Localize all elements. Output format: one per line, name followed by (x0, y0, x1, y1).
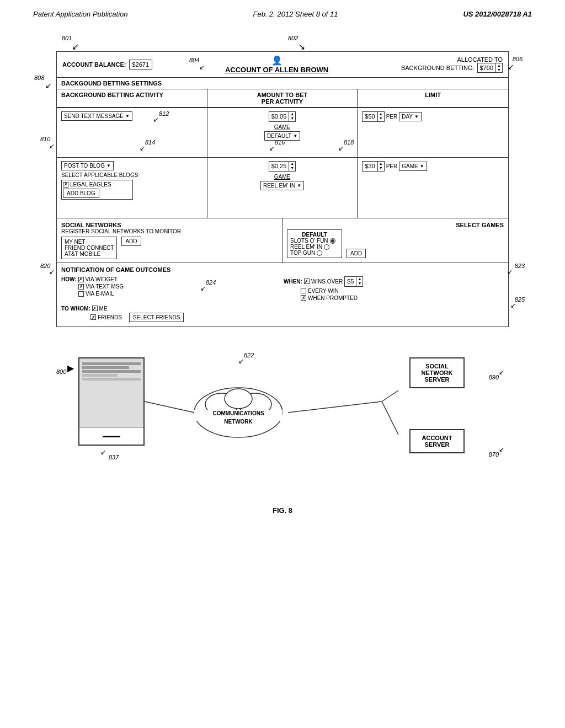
row1-limit-control: $50 ▲ ▼ PER DAY ▼ (362, 111, 504, 122)
row1-activity-arrow[interactable]: ▼ (125, 114, 130, 119)
ref-801: 801 (62, 35, 72, 41)
row1-game-arrow[interactable]: ▼ (293, 133, 297, 138)
row2-limit-spinner[interactable]: $30 ▲ ▼ (362, 161, 384, 172)
up-arrow[interactable]: ▲ (497, 63, 501, 68)
allocated-value: $700 (478, 63, 495, 72)
device-bottom: ▬▬▬▬ (79, 427, 143, 445)
select-friends-button[interactable]: SELECT FRIENDS (129, 313, 184, 322)
how3-checkbox[interactable] (78, 291, 84, 297)
add-blog-button[interactable]: ADD BLOG (63, 189, 131, 198)
row2-game-arrow[interactable]: ▼ (297, 183, 301, 188)
allocated-arrows[interactable]: ▲ ▼ (495, 63, 502, 73)
game3-item: TOP GUN (290, 250, 339, 256)
row2-period-arrow[interactable]: ▼ (420, 164, 424, 169)
down-arrow[interactable]: ▼ (290, 116, 294, 121)
row1-period-dropdown[interactable]: DAY ▼ (399, 112, 422, 121)
up-arrow[interactable]: ▲ (379, 112, 383, 116)
arrow-870: ↙ (499, 446, 504, 453)
svg-text:NETWORK: NETWORK (224, 419, 253, 425)
row2-limit-control: $30 ▲ ▼ PER GAME ▼ (362, 161, 504, 172)
down-arrow[interactable]: ▼ (497, 68, 501, 72)
row1-limit-arrows[interactable]: ▲ ▼ (377, 112, 384, 121)
how-col: HOW: ✗ VIA WIDGET ✗ VIA TEXT MSG (61, 276, 281, 302)
how-label: HOW: (61, 276, 77, 282)
up-arrow[interactable]: ▲ (358, 277, 361, 281)
game1-radio[interactable] (330, 238, 335, 244)
to-whom-row: TO WHOM: ✗ ME (61, 306, 504, 312)
when1-checkbox[interactable]: ✗ (304, 279, 310, 284)
row2-period-dropdown[interactable]: GAME ▼ (399, 162, 427, 171)
page-header: Patent Application Publication Feb. 2, 2… (0, 0, 565, 24)
games-add-button[interactable]: ADD (347, 249, 366, 258)
how2-checkbox[interactable]: ✗ (78, 284, 84, 290)
ref-825: 825 (515, 296, 525, 303)
allocated-spinner[interactable]: $700 ▲ ▼ (477, 63, 503, 73)
game3-radio[interactable] (317, 250, 322, 256)
row1-amount-arrows[interactable]: ▲ ▼ (289, 112, 295, 121)
to-whom-label: TO WHOM: (61, 306, 90, 312)
to-friends-checkbox[interactable]: ✗ (90, 314, 96, 320)
row2-limit-cell: $30 ▲ ▼ PER GAME ▼ (358, 158, 508, 218)
row1-amount-value: $0.05 (269, 112, 289, 121)
diagram-box: ACCOUNT BALANCE: $2671 👤 ACCOUNT OF ALLE… (56, 51, 509, 327)
account-balance-section: ACCOUNT BALANCE: $2671 (62, 60, 152, 69)
account-server-label: ACCOUNT SERVER (422, 435, 452, 448)
row2-amount-arrows[interactable]: ▲ ▼ (289, 162, 295, 171)
when1-value: $5 (345, 277, 356, 286)
down-arrow[interactable]: ▼ (358, 281, 361, 286)
down-arrow[interactable]: ▼ (290, 166, 294, 170)
col3-header: LIMIT (358, 89, 508, 108)
row2-limit-arrows[interactable]: ▲ ▼ (377, 162, 384, 171)
social-add-button[interactable]: ADD (121, 237, 141, 246)
row2-amount-spinner[interactable]: $0.25 ▲ ▼ (269, 161, 296, 172)
row2-activity-dropdown[interactable]: POST TO BLOG ▼ (61, 161, 114, 170)
up-arrow[interactable]: ▲ (379, 162, 383, 166)
when2-checkbox[interactable] (301, 288, 306, 293)
account-header: ACCOUNT BALANCE: $2671 👤 ACCOUNT OF ALLE… (57, 52, 508, 78)
game-list: DEFAULT SLOTS O' FUN REEL EM' IN (287, 229, 342, 258)
row2-period-value: GAME (402, 163, 418, 169)
blog1-checkbox[interactable]: ✗ (63, 182, 68, 188)
up-arrow[interactable]: ▲ (290, 112, 294, 116)
row1: SEND TEXT MESSAGE ▼ $0.05 ▲ ▼ GAME (57, 108, 508, 158)
allocated-sub: BACKGROUND BETTING: (401, 65, 475, 71)
when1-arrows[interactable]: ▲ ▼ (356, 277, 363, 286)
row1-limit-spinner[interactable]: $50 ▲ ▼ (362, 111, 384, 122)
to-friends-label: FRIENDS (98, 314, 122, 320)
device-screen (79, 358, 143, 427)
col1-header: BACKGROUND BETTING ACTIVITY (57, 89, 207, 108)
row2-activity-arrow[interactable]: ▼ (106, 163, 111, 168)
row1-activity-dropdown[interactable]: SEND TEXT MESSAGE ▼ (61, 111, 132, 121)
row1-limit-cell: $50 ▲ ▼ PER DAY ▼ (358, 108, 508, 157)
blog1-label: LEGAL EAGLES (70, 181, 111, 188)
row2-game-dropdown[interactable]: REEL EM' IN ▼ (260, 181, 304, 190)
social-header: SOCIAL NETWORKS (61, 222, 278, 228)
when3-checkbox[interactable]: ✗ (301, 295, 306, 301)
ref-804: 804 (189, 57, 199, 63)
row1-period-arrow[interactable]: ▼ (414, 114, 419, 119)
arrow-808: ↙ (45, 81, 52, 90)
ref-808: 808 (34, 74, 44, 81)
ref-870: 870 (489, 451, 499, 458)
down-arrow[interactable]: ▼ (379, 166, 383, 170)
when3-row: ✗ WHEN PROMPTED (284, 295, 504, 301)
radio-filled (331, 239, 334, 243)
down-arrow[interactable]: ▼ (379, 116, 383, 121)
row1-amount-spinner[interactable]: $0.05 ▲ ▼ (269, 111, 296, 122)
add-blog-btn[interactable]: ADD BLOG (63, 189, 99, 198)
row1-amount-cell: $0.05 ▲ ▼ GAME DEFAULT ▼ (207, 108, 358, 157)
allocated-value-row: BACKGROUND BETTING: $700 ▲ ▼ (401, 63, 503, 73)
svg-point-3 (225, 389, 252, 409)
social-network-list: MY NET FRIEND CONNECT AT&T MOBILE (61, 237, 117, 259)
how1-checkbox[interactable]: ✗ (78, 277, 84, 282)
patent-number: US 2012/0028718 A1 (463, 10, 532, 18)
game2-item: REEL EM' IN (290, 244, 339, 250)
when1-spinner[interactable]: $5 ▲ ▼ (344, 276, 363, 287)
game2-radio[interactable] (324, 244, 329, 250)
row1-game-dropdown[interactable]: DEFAULT ▼ (264, 131, 300, 141)
comm-network-cloud: COMMUNICATIONS NETWORK (189, 379, 288, 448)
up-arrow[interactable]: ▲ (290, 162, 294, 166)
account-title: ACCOUNT OF ALLEN BROWN (225, 66, 328, 74)
to-me-checkbox[interactable]: ✗ (92, 306, 98, 311)
arrow-801: ↙ (72, 41, 79, 52)
